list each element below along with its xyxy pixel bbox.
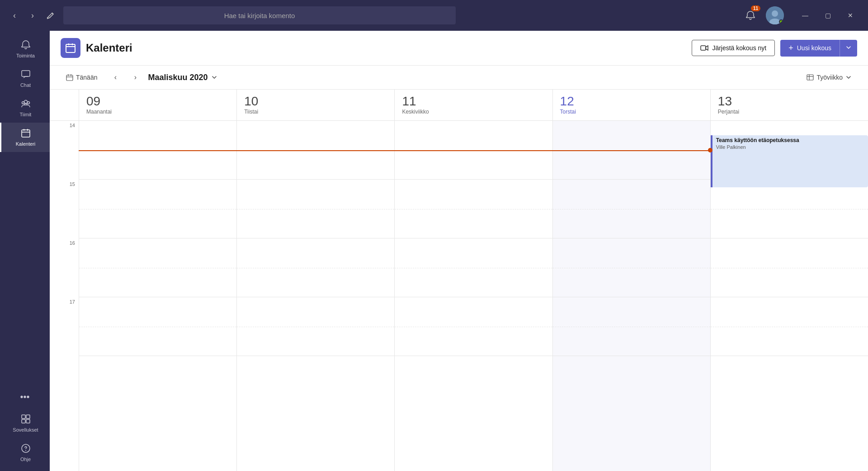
- svg-rect-13: [22, 419, 25, 423]
- cal-col-tue[interactable]: [236, 121, 394, 471]
- notification-button[interactable]: 11: [742, 7, 759, 24]
- svg-rect-21: [701, 46, 706, 50]
- hour-15-fri: [711, 180, 868, 238]
- help-icon: [21, 443, 31, 455]
- sidebar-label-chat: Chat: [20, 82, 31, 88]
- calendar-nav: Tänään ‹ › Maaliskuu 2020 Työviikko: [50, 66, 868, 90]
- back-button[interactable]: ‹: [7, 8, 22, 23]
- minimize-button[interactable]: —: [795, 7, 816, 24]
- sidebar-label-kalenteri: Kalenteri: [16, 141, 35, 147]
- main-layout: Toiminta Chat Tiimit: [0, 31, 868, 471]
- next-week-button[interactable]: ›: [128, 70, 142, 85]
- today-label: Tänään: [76, 74, 97, 81]
- svg-rect-3: [22, 71, 30, 76]
- sidebar-item-kalenteri[interactable]: Kalenteri: [0, 123, 50, 152]
- time-slot-16: 16: [50, 238, 79, 297]
- maximize-button[interactable]: ▢: [817, 7, 838, 24]
- new-meeting-button[interactable]: + Uusi kokous: [780, 40, 840, 57]
- days-header: 09 Maanantai 10 Tiistai 11 Keskiviikko 1…: [50, 90, 868, 121]
- prev-week-button[interactable]: ‹: [108, 70, 123, 85]
- hour-14-tue: [237, 121, 394, 180]
- view-label: Työviikko: [816, 74, 843, 81]
- today-button[interactable]: Tänään: [61, 71, 103, 84]
- hour-14-thu: [553, 121, 710, 180]
- time-slot-15: 15: [50, 180, 79, 238]
- new-meeting-group: + Uusi kokous: [780, 40, 857, 57]
- cal-col-fri[interactable]: Teams käyttöön etäopetuksessa Ville Palk…: [710, 121, 868, 471]
- svg-rect-22: [66, 75, 73, 81]
- avatar[interactable]: [766, 6, 784, 24]
- avatar-status: [779, 19, 783, 24]
- view-selector-button[interactable]: Työviikko: [801, 71, 857, 84]
- sidebar-item-chat[interactable]: Chat: [0, 64, 50, 93]
- hour-14-wed: [395, 121, 552, 180]
- calendar-grid: 09 Maanantai 10 Tiistai 11 Keskiviikko 1…: [50, 90, 868, 471]
- sidebar-label-toiminta: Toiminta: [16, 53, 35, 58]
- day-col-3: 12 Torstai: [552, 90, 710, 120]
- day-number-4: 13: [718, 95, 732, 108]
- svg-rect-12: [26, 415, 30, 419]
- calendar-event[interactable]: Teams käyttöön etäopetuksessa Ville Palk…: [711, 135, 868, 187]
- day-col-0: 09 Maanantai: [79, 90, 236, 120]
- hour-16-fri: [711, 238, 868, 297]
- day-name-4: Perjantai: [718, 109, 739, 115]
- cal-col-wed[interactable]: [394, 121, 552, 471]
- svg-rect-11: [22, 415, 25, 419]
- titlebar-right: 11 — ▢ ✕: [742, 6, 861, 24]
- hour-15-wed: [395, 180, 552, 238]
- day-name-1: Tiistai: [244, 109, 258, 115]
- month-label[interactable]: Maaliskuu 2020: [148, 73, 217, 82]
- sidebar-item-toiminta[interactable]: Toiminta: [0, 34, 50, 64]
- cal-col-mon[interactable]: [79, 121, 236, 471]
- sidebar-label-tiimit: Tiimit: [20, 112, 32, 117]
- new-meeting-label: Uusi kokous: [797, 44, 831, 52]
- hour-15-mon: [79, 180, 236, 238]
- page-title: Kalenteri: [86, 42, 132, 54]
- day-number-0: 09: [86, 95, 100, 108]
- teams-icon: [21, 99, 31, 110]
- hour-15-thu: [553, 180, 710, 238]
- sidebar-item-tiimit[interactable]: Tiimit: [0, 93, 50, 123]
- cal-nav-right: Työviikko: [801, 71, 857, 84]
- day-number-2: 11: [402, 95, 416, 108]
- svg-point-6: [27, 102, 29, 104]
- apps-icon: [21, 414, 31, 425]
- new-meeting-dropdown-button[interactable]: [840, 40, 857, 57]
- window-controls: — ▢ ✕: [795, 7, 861, 24]
- day-number-3: 12: [560, 95, 574, 108]
- bell-icon: [21, 40, 31, 51]
- calendar-body: 14 15 16 17: [50, 121, 868, 471]
- calendar-header-actions: Järjestä kokous nyt + Uusi kokous: [692, 40, 857, 57]
- cal-col-thu[interactable]: [552, 121, 710, 471]
- time-labels: 14 15 16 17: [50, 121, 79, 471]
- event-subtitle: Ville Palkinen: [716, 144, 864, 150]
- svg-point-1: [772, 10, 778, 17]
- hour-17-thu: [553, 297, 710, 356]
- calendar-columns: Teams käyttöön etäopetuksessa Ville Palk…: [79, 121, 868, 471]
- day-name-3: Torstai: [560, 109, 576, 115]
- content-area: Kalenteri Järjestä kokous nyt + Uusi kok…: [50, 31, 868, 471]
- sidebar-item-ohje[interactable]: Ohje: [0, 438, 50, 467]
- svg-point-4: [24, 100, 27, 104]
- chat-icon: [21, 69, 31, 81]
- sidebar: Toiminta Chat Tiimit: [0, 31, 50, 471]
- edit-button[interactable]: [43, 8, 58, 23]
- hour-16-mon: [79, 238, 236, 297]
- svg-point-16: [25, 450, 26, 451]
- sidebar-item-sovellukset[interactable]: Sovellukset: [0, 409, 50, 438]
- day-name-2: Keskiviikko: [402, 109, 429, 115]
- calendar-header: Kalenteri Järjestä kokous nyt + Uusi kok…: [50, 31, 868, 66]
- hour-15-tue: [237, 180, 394, 238]
- day-col-1: 10 Tiistai: [236, 90, 394, 120]
- more-button[interactable]: •••: [0, 385, 50, 409]
- sidebar-label-sovellukset: Sovellukset: [13, 427, 38, 433]
- forward-button[interactable]: ›: [25, 8, 40, 23]
- svg-rect-7: [22, 130, 30, 137]
- hour-16-thu: [553, 238, 710, 297]
- hour-16-tue: [237, 238, 394, 297]
- meet-now-button[interactable]: Järjestä kokous nyt: [692, 40, 775, 56]
- search-input[interactable]: [63, 6, 456, 24]
- hour-17-wed: [395, 297, 552, 356]
- close-button[interactable]: ✕: [840, 7, 861, 24]
- notification-badge: 11: [751, 5, 760, 11]
